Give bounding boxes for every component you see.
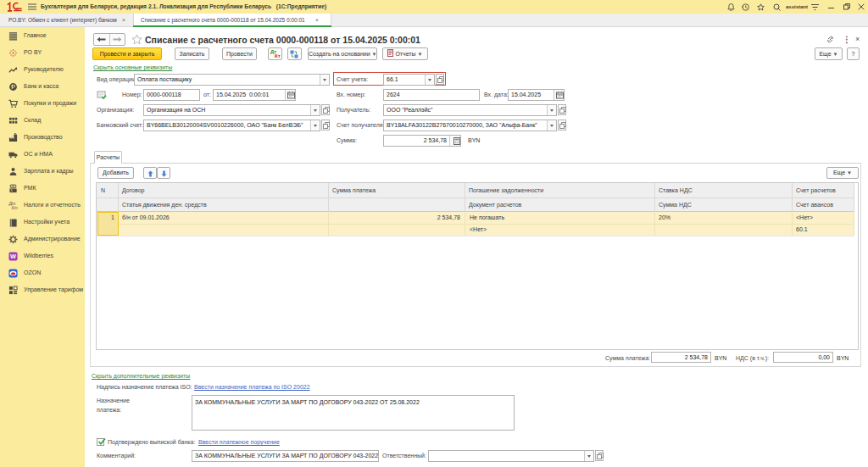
svg-text:W: W (10, 253, 16, 260)
svg-text:Кт: Кт (12, 205, 18, 210)
